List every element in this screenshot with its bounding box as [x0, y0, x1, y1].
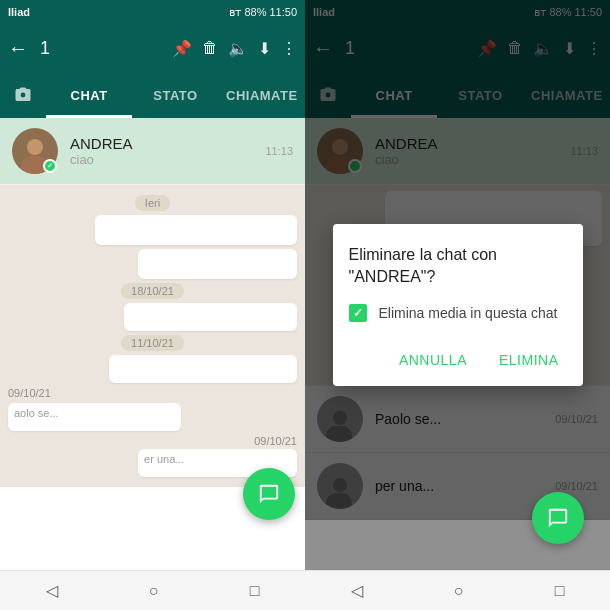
status-bar-left: Iliad ʙᴛ 88% 11:50 [0, 0, 305, 24]
date-09a-left: 09/10/21 [8, 387, 51, 399]
dialog-actions: ANNULLA ELIMINA [349, 338, 567, 374]
confirm-button[interactable]: ELIMINA [491, 346, 567, 374]
time-left: 11:50 [269, 6, 297, 18]
date-ieri-left: Ieri [135, 195, 170, 211]
bt-icon-left: ʙᴛ [229, 6, 241, 19]
andrea-preview-left: ciao [70, 152, 265, 167]
archive-icon-left[interactable]: ⬇ [258, 39, 271, 58]
carrier-left: Iliad [8, 6, 30, 18]
checkbox-label: Elimina media in questa chat [379, 305, 558, 321]
toolbar-left: ← 1 📌 🗑 🔈 ⬇ ⋮ [0, 24, 305, 72]
andrea-chat-item-left[interactable]: ANDREA ciao 11:13 [0, 118, 305, 185]
date-18-left: 18/10/21 [121, 283, 184, 299]
home-nav-left[interactable]: ○ [141, 574, 167, 608]
andrea-meta-left: 11:13 [265, 145, 293, 157]
bubble-5-left: aolo se... [8, 403, 181, 431]
andrea-time-left: 11:13 [265, 145, 293, 157]
andrea-name-left: ANDREA [70, 135, 265, 152]
bubble-2-left [138, 249, 297, 279]
recents-nav-right[interactable]: □ [547, 574, 573, 608]
bubble-4-left [109, 355, 297, 383]
tab-chiamate-left[interactable]: CHIAMATE [219, 72, 305, 118]
tab-camera-left[interactable] [0, 72, 46, 118]
chat-area-left: Ieri 18/10/21 11/10/21 09/10/21 aolo se.… [0, 185, 305, 487]
media-checkbox[interactable] [349, 304, 367, 322]
dialog-option: Elimina media in questa chat [349, 304, 567, 322]
fab-button-left[interactable] [243, 468, 295, 520]
nav-bar-right: ◁ ○ □ [305, 570, 610, 610]
status-icons-left: ʙᴛ 88% 11:50 [229, 6, 297, 19]
nav-bar-left: ◁ ○ □ [0, 570, 305, 610]
tab-chat-left[interactable]: CHAT [46, 72, 132, 118]
left-panel: Iliad ʙᴛ 88% 11:50 ← 1 📌 🗑 🔈 ⬇ ⋮ CHAT ST… [0, 0, 305, 610]
date-11-left: 11/10/21 [121, 335, 184, 351]
andrea-avatar-left [12, 128, 58, 174]
mute-icon-left[interactable]: 🔈 [228, 39, 248, 58]
battery-left: 88% [244, 6, 266, 18]
selection-count-left: 1 [40, 38, 160, 59]
right-panel: Iliad ʙᴛ 88% 11:50 ← 1 📌 🗑 🔈 ⬇ ⋮ [305, 0, 610, 610]
bubble-1-left [95, 215, 297, 245]
recents-nav-left[interactable]: □ [242, 574, 268, 608]
dialog-title: Eliminare la chat con "ANDREA"? [349, 244, 567, 289]
back-nav-left[interactable]: ◁ [38, 573, 66, 608]
back-nav-right[interactable]: ◁ [343, 573, 371, 608]
andrea-info-left: ANDREA ciao [70, 135, 265, 167]
date-09b-left: 09/10/21 [254, 435, 297, 447]
fab-button-right[interactable] [532, 492, 584, 544]
pin-icon-left[interactable]: 📌 [172, 39, 192, 58]
cancel-button[interactable]: ANNULLA [391, 346, 475, 374]
home-nav-right[interactable]: ○ [446, 574, 472, 608]
tabs-bar-left: CHAT STATO CHIAMATE [0, 72, 305, 118]
more-icon-left[interactable]: ⋮ [281, 39, 297, 58]
delete-dialog: Eliminare la chat con "ANDREA"? Elimina … [333, 224, 583, 387]
delete-icon-left[interactable]: 🗑 [202, 39, 218, 57]
toolbar-icons-left: 📌 🗑 🔈 ⬇ ⋮ [172, 39, 297, 58]
bubble-3-left [124, 303, 297, 331]
tab-stato-left[interactable]: STATO [132, 72, 218, 118]
back-button-left[interactable]: ← [8, 37, 28, 60]
